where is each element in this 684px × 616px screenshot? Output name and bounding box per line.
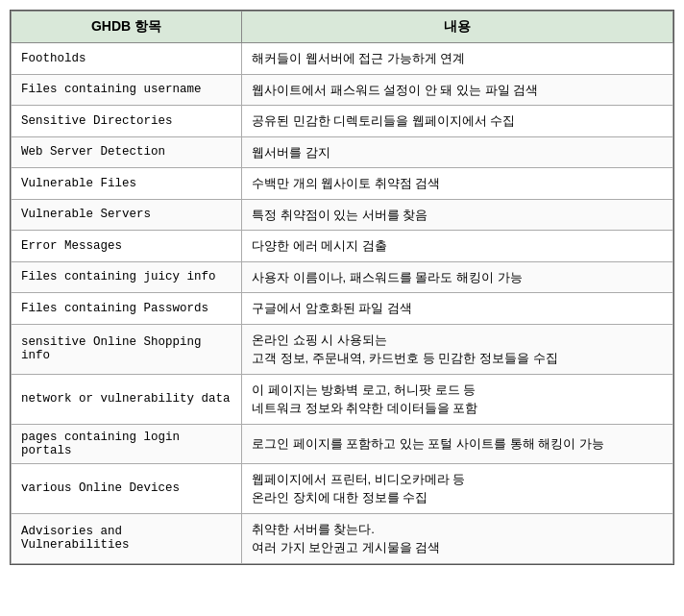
term-cell: pages containing login portals [12,424,242,463]
description-cell: 수백만 개의 웹사이토 취약점 검색 [242,168,673,200]
description-cell: 해커들이 웹서버에 접근 가능하게 연계 [242,43,673,75]
term-cell: various Online Devices [12,463,242,513]
description-cell: 구글에서 암호화된 파일 검색 [242,293,673,325]
description-cell: 로그인 페이지를 포함하고 있는 포털 사이트를 통해 해킹이 가능 [242,424,673,463]
term-cell: Web Server Detection [12,136,242,168]
description-cell: 사용자 이름이나, 패스워드를 몰라도 해킹이 가능 [242,261,673,293]
term-cell: Vulnerable Servers [12,199,242,231]
table-row: Vulnerable Servers특정 취약점이 있는 서버를 찾음 [12,199,673,231]
term-cell: Footholds [12,43,242,75]
table-row: Web Server Detection웹서버를 감지 [12,136,673,168]
term-cell: network or vulnerability data [12,374,242,424]
ghdb-table-container: GHDB 항목 내용 Footholds해커들이 웹서버에 접근 가능하게 연계… [10,10,674,565]
table-row: Sensitive Directories공유된 민감한 디렉토리들을 웹페이지… [12,106,673,137]
table-row: Files containing Passwords구글에서 암호화된 파일 검… [12,293,673,325]
description-cell: 웹사이트에서 패스워드 설정이 안 돼 있는 파일 검색 [242,74,673,106]
table-row: various Online Devices웹페이지에서 프린터, 비디오카메라… [12,463,673,513]
table-row: Files containing username웹사이트에서 패스워드 설정이… [12,74,673,106]
term-cell: Error Messages [12,231,242,262]
term-cell: Files containing Passwords [12,293,242,325]
term-cell: Advisories and Vulnerabilities [12,513,242,563]
table-row: Files containing juicy info사용자 이름이나, 패스워… [12,261,673,293]
term-cell: Vulnerable Files [12,168,242,200]
description-cell: 이 페이지는 방화벽 로고, 허니팟 로드 등네트워크 정보와 취약한 데이터들… [242,374,673,424]
term-cell: sensitive Online Shopping info [12,324,242,374]
table-row: network or vulnerability data이 페이지는 방화벽 … [12,374,673,424]
description-cell: 공유된 민감한 디렉토리들을 웹페이지에서 수집 [242,106,673,137]
term-cell: Sensitive Directories [12,106,242,137]
col-header-term: GHDB 항목 [12,12,242,43]
description-cell: 온라인 쇼핑 시 사용되는고객 정보, 주문내역, 카드번호 등 민감한 정보들… [242,324,673,374]
table-row: sensitive Online Shopping info온라인 쇼핑 시 사… [12,324,673,374]
description-cell: 웹페이지에서 프린터, 비디오카메라 등온라인 장치에 대한 정보를 수집 [242,463,673,513]
term-cell: Files containing username [12,74,242,106]
table-row: Advisories and Vulnerabilities취약한 서버를 찾는… [12,513,673,563]
term-cell: Files containing juicy info [12,261,242,293]
table-row: Error Messages다양한 에러 메시지 검출 [12,231,673,262]
description-cell: 취약한 서버를 찾는다.여러 가지 보안권고 게시물을 검색 [242,513,673,563]
col-header-description: 내용 [242,12,673,43]
description-cell: 웹서버를 감지 [242,136,673,168]
table-row: pages containing login portals로그인 페이지를 포… [12,424,673,463]
description-cell: 특정 취약점이 있는 서버를 찾음 [242,199,673,231]
table-row: Footholds해커들이 웹서버에 접근 가능하게 연계 [12,43,673,75]
description-cell: 다양한 에러 메시지 검출 [242,231,673,262]
ghdb-table: GHDB 항목 내용 Footholds해커들이 웹서버에 접근 가능하게 연계… [11,11,673,564]
table-row: Vulnerable Files수백만 개의 웹사이토 취약점 검색 [12,168,673,200]
